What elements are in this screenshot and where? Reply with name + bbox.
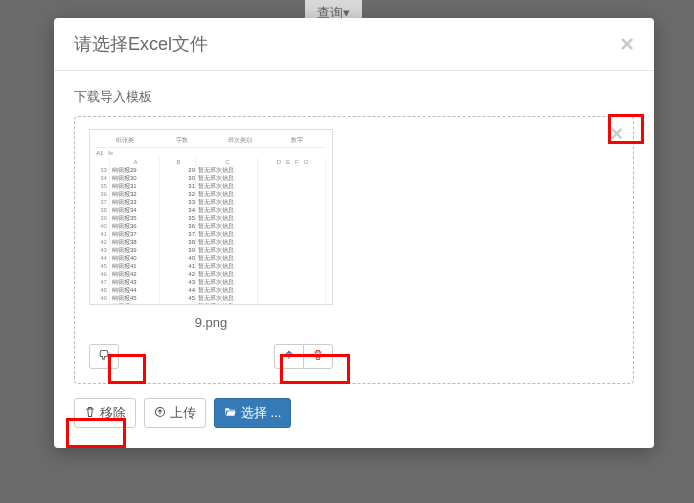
- sheet-tab-headers: 纸张类 字数 班次类别 数字: [96, 136, 326, 148]
- file-actions: [89, 344, 333, 369]
- sheet-header: 数字: [269, 136, 327, 145]
- sheet-header: 纸张类: [96, 136, 154, 145]
- reject-button[interactable]: [89, 344, 119, 369]
- upload-icon: [283, 349, 295, 364]
- sheet-header: 字数: [154, 136, 212, 145]
- upload-label: 上传: [170, 404, 196, 422]
- trash-icon: [312, 349, 324, 364]
- file-thumbnail: 纸张类 字数 班次类别 数字 A1 fx 3334353637383940414…: [89, 129, 333, 305]
- upload-file-button[interactable]: [274, 344, 304, 369]
- modal-title: 请选择Excel文件: [74, 32, 208, 56]
- select-button[interactable]: 选择 ...: [214, 398, 291, 428]
- sheet-header: 班次类别: [211, 136, 269, 145]
- remove-button[interactable]: 移除: [74, 398, 136, 428]
- upload-circle-icon: [154, 406, 166, 421]
- excel-select-modal: 请选择Excel文件 × 下载导入模板 × 纸张类 字数 班次类别 数字 A1 …: [54, 18, 654, 448]
- file-name: 9.png: [89, 305, 333, 340]
- footer-buttons: 移除 上传 选择 ...: [74, 398, 634, 428]
- formula-bar: A1 fx: [96, 150, 326, 156]
- select-label: 选择 ...: [241, 404, 281, 422]
- card-close-icon[interactable]: ×: [610, 123, 623, 145]
- thumbs-down-icon: [98, 349, 110, 364]
- sheet-grid: 333435363738394041424344454647484950A纳德报…: [96, 158, 326, 305]
- folder-open-icon: [224, 406, 237, 421]
- upload-button[interactable]: 上传: [144, 398, 206, 428]
- file-button-group: [274, 344, 333, 369]
- remove-label: 移除: [100, 404, 126, 422]
- modal-header: 请选择Excel文件 ×: [54, 18, 654, 71]
- close-icon[interactable]: ×: [620, 32, 634, 56]
- download-template-link[interactable]: 下载导入模板: [74, 88, 152, 106]
- delete-file-button[interactable]: [303, 344, 333, 369]
- upload-area: × 纸张类 字数 班次类别 数字 A1 fx 33343536373839404…: [74, 116, 634, 384]
- trash-icon: [84, 406, 96, 421]
- file-card: 纸张类 字数 班次类别 数字 A1 fx 3334353637383940414…: [89, 129, 333, 369]
- modal-body: 下载导入模板 × 纸张类 字数 班次类别 数字 A1 fx 3334353637…: [54, 71, 654, 448]
